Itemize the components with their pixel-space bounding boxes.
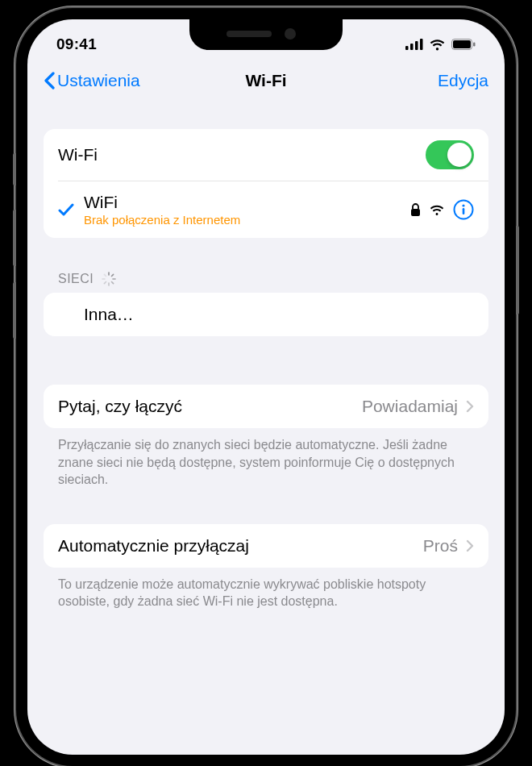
svg-rect-0 bbox=[405, 46, 409, 50]
wifi-icon bbox=[429, 39, 446, 51]
page-title: Wi-Fi bbox=[245, 71, 286, 90]
notch bbox=[189, 19, 343, 50]
auto-join-footer: To urządzenie może automatycznie wykrywa… bbox=[44, 568, 488, 610]
svg-line-12 bbox=[112, 274, 114, 276]
chevron-left-icon bbox=[44, 72, 56, 90]
wifi-signal-icon bbox=[429, 204, 445, 216]
back-button[interactable]: Ustawienia bbox=[44, 71, 140, 90]
svg-rect-6 bbox=[473, 43, 476, 47]
ask-to-join-label: Pytaj, czy łączyć bbox=[58, 397, 362, 416]
status-indicators bbox=[405, 39, 476, 51]
info-icon[interactable] bbox=[453, 199, 474, 220]
back-label: Ustawienia bbox=[57, 71, 140, 90]
svg-rect-1 bbox=[410, 44, 414, 50]
volume-down-button bbox=[13, 282, 16, 339]
connected-network-row[interactable]: WiFi Brak połączenia z Internetem bbox=[58, 181, 488, 238]
network-status: Brak połączenia z Internetem bbox=[84, 213, 410, 227]
edit-button[interactable]: Edycja bbox=[438, 71, 488, 90]
phone-frame: 09:41 Ustawienia Wi-Fi Edycja Wi-Fi bbox=[16, 8, 516, 766]
svg-rect-3 bbox=[420, 39, 423, 50]
auto-join-label: Automatycznie przyłączaj bbox=[58, 536, 423, 556]
lock-icon bbox=[410, 203, 421, 217]
checkmark-icon bbox=[58, 202, 74, 217]
svg-rect-2 bbox=[415, 41, 418, 50]
svg-point-9 bbox=[462, 204, 464, 206]
wifi-toggle[interactable] bbox=[426, 140, 474, 169]
networks-header-label: SIECI bbox=[58, 272, 94, 286]
status-time: 09:41 bbox=[56, 35, 97, 53]
nav-bar: Ustawienia Wi-Fi Edycja bbox=[27, 61, 505, 102]
side-button bbox=[13, 153, 16, 185]
ask-to-join-row[interactable]: Pytaj, czy łączyć Powiadamiaj bbox=[44, 385, 488, 428]
ask-to-join-value: Powiadamiaj bbox=[362, 397, 458, 416]
battery-icon bbox=[451, 39, 476, 50]
power-button bbox=[516, 226, 519, 314]
cellular-icon bbox=[405, 39, 423, 50]
ask-to-join-footer: Przyłączanie się do znanych sieci będzie… bbox=[44, 428, 488, 489]
auto-join-section: Automatycznie przyłączaj Proś bbox=[44, 524, 488, 568]
svg-rect-10 bbox=[463, 208, 465, 214]
volume-up-button bbox=[13, 210, 16, 266]
wifi-toggle-row: Wi-Fi bbox=[44, 129, 488, 181]
content: Wi-Fi WiFi Brak połączenia z Internetem bbox=[27, 129, 505, 610]
wifi-section: Wi-Fi WiFi Brak połączenia z Internetem bbox=[44, 129, 488, 238]
network-info: WiFi Brak połączenia z Internetem bbox=[84, 193, 410, 227]
auto-join-row[interactable]: Automatycznie przyłączaj Proś bbox=[44, 524, 488, 568]
svg-line-18 bbox=[105, 274, 106, 276]
network-name: WiFi bbox=[84, 193, 410, 212]
svg-line-16 bbox=[105, 282, 106, 284]
networks-header: SIECI bbox=[44, 272, 488, 293]
other-network-label: Inna… bbox=[84, 305, 474, 324]
wifi-label: Wi-Fi bbox=[58, 145, 426, 164]
svg-rect-5 bbox=[453, 40, 471, 48]
other-network-row[interactable]: Inna… bbox=[44, 293, 488, 336]
networks-section: Inna… bbox=[44, 293, 488, 336]
auto-join-value: Proś bbox=[423, 536, 458, 556]
network-icons bbox=[410, 199, 474, 220]
chevron-right-icon bbox=[466, 539, 474, 552]
spinner-icon bbox=[102, 272, 116, 286]
svg-rect-7 bbox=[411, 209, 420, 216]
chevron-right-icon bbox=[466, 400, 474, 413]
screen: 09:41 Ustawienia Wi-Fi Edycja Wi-Fi bbox=[27, 19, 505, 755]
ask-to-join-section: Pytaj, czy łączyć Powiadamiaj bbox=[44, 385, 488, 428]
svg-line-14 bbox=[112, 282, 114, 284]
